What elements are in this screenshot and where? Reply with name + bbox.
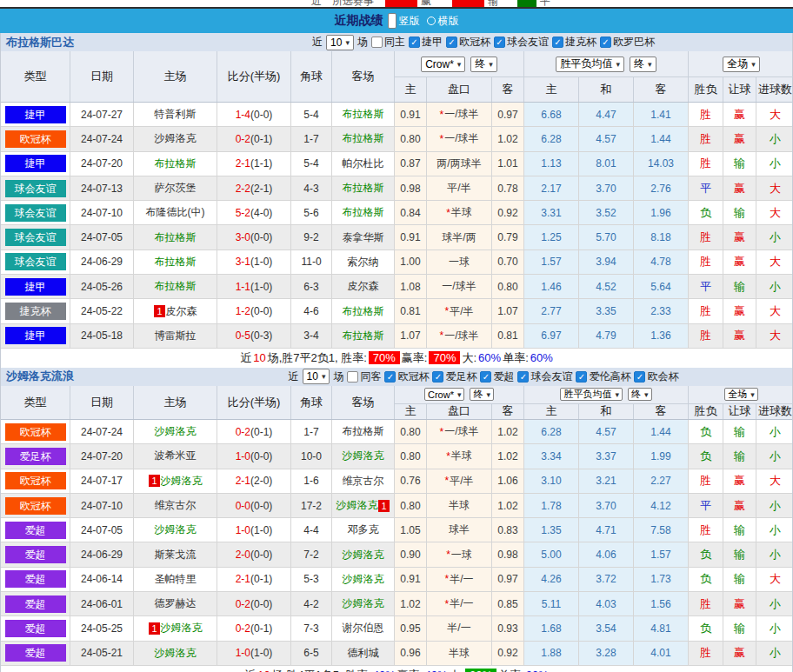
handicap-cell: *一/球半 [426, 420, 491, 443]
team-link[interactable]: 布拉格斯 [343, 131, 384, 146]
team-link[interactable]: 沙姆洛克 [155, 646, 197, 661]
match-count-select[interactable]: 10▾ [326, 35, 354, 50]
team-link[interactable]: 布拉格斯 [343, 205, 384, 220]
team-link[interactable]: 布拉格斯 [155, 279, 197, 294]
team-link[interactable]: 布拉格斯 [155, 230, 197, 245]
scope-select[interactable]: 全场▾ [723, 57, 760, 72]
score-cell: 0-2(0-1) [217, 420, 290, 443]
handicap-cell: 球半/两 [426, 225, 491, 249]
checkbox-label: 欧会杯 [647, 369, 678, 384]
odds-time-select[interactable]: 终▾ [470, 388, 494, 401]
team-link[interactable]: 萨尔茨堡 [155, 181, 197, 196]
view-mode-option[interactable]: 横版 [427, 14, 459, 29]
score-cell: 2-2(2-1) [217, 176, 290, 200]
team-link[interactable]: 皮尔森 [166, 304, 197, 319]
checkbox-label: 爱超 [493, 369, 514, 384]
match-date: 24-07-24 [70, 127, 133, 150]
league-checkbox[interactable]: ✓欧冠杯 [384, 369, 429, 384]
result-handicap: 赢 [723, 250, 756, 274]
team-link[interactable]: 德罗赫达 [155, 596, 197, 611]
result-handicap: 赢 [723, 225, 756, 249]
team-link[interactable]: 特普利斯 [155, 107, 197, 122]
team-link[interactable]: 沙姆洛克 [343, 449, 384, 463]
team-link[interactable]: 皮尔森 [348, 279, 379, 294]
away-odds: 0.92 [491, 642, 523, 665]
team-link[interactable]: 沙姆洛克 [155, 131, 197, 146]
checkbox-checked-icon: ✓ [409, 37, 420, 48]
result-wdl-value: 胜 [700, 473, 711, 489]
same-venue-checkbox[interactable]: 同主 [371, 35, 405, 50]
away-team-cell: 维京古尔 [331, 469, 394, 493]
team-link[interactable]: 维京古尔 [155, 498, 197, 513]
team-link[interactable]: 沙姆洛克 [161, 621, 203, 635]
home-team-cell: 1皮尔森 [133, 299, 217, 323]
team-link[interactable]: 沙姆洛克 [161, 474, 203, 489]
league-checkbox[interactable]: ✓捷克杯 [552, 35, 596, 50]
away-odds: 0.92 [491, 201, 523, 224]
league-checkbox[interactable]: ✓爱足杯 [432, 369, 476, 384]
league-checkbox[interactable]: ✓球会友谊 [517, 369, 572, 384]
team-link[interactable]: 德利城 [348, 646, 379, 661]
odds-source-select[interactable]: Crow*▾ [424, 388, 464, 401]
team-link[interactable]: 布拉格斯 [155, 255, 197, 269]
league-checkbox[interactable]: ✓爱超 [480, 369, 514, 384]
team-link[interactable]: 布拉格斯 [343, 107, 384, 122]
team-link[interactable]: 布拉格斯 [343, 329, 384, 343]
team-link[interactable]: 布拉格斯 [343, 181, 384, 196]
team-link[interactable]: 博雷斯拉 [155, 329, 197, 343]
league-checkbox[interactable]: ✓球会友谊 [494, 35, 549, 50]
team-link[interactable]: 泰拿华斯 [343, 230, 384, 245]
league-checkbox[interactable]: ✓欧冠杯 [446, 35, 490, 50]
score-cell: 3-0(0-0) [217, 225, 290, 249]
odds-source-select[interactable]: Crow*▾ [421, 57, 465, 72]
sub-column-header: 盘口 [426, 404, 491, 419]
team-link[interactable]: 维京古尔 [343, 474, 384, 489]
league-checkbox[interactable]: ✓欧会杯 [634, 369, 678, 384]
checkbox-checked-icon: ✓ [446, 37, 457, 48]
team-link[interactable]: 沙姆洛克 [343, 596, 384, 611]
team-link[interactable]: 布拉格斯 [343, 304, 384, 319]
avg-odds-select[interactable]: 胜平负均值▾ [560, 388, 623, 401]
team-link[interactable]: 沙姆洛克 [336, 498, 377, 513]
team-link[interactable]: 谢尔伯恩 [343, 621, 384, 635]
away-odds: 0.79 [491, 225, 523, 249]
team-link[interactable]: 斯莱戈流 [155, 548, 197, 562]
summary-part: 单率: [503, 350, 529, 366]
league-checkbox[interactable]: ✓欧罗巴杯 [600, 35, 655, 50]
avg-time-select[interactable]: 终▾ [628, 388, 652, 401]
home-team-cell: 布拉格斯 [133, 152, 217, 176]
team-link[interactable]: 布拉格斯 [343, 424, 384, 439]
team-link[interactable]: 沙姆洛克 [155, 522, 197, 537]
avg-time-select[interactable]: 终▾ [630, 57, 656, 72]
team-link[interactable]: 索尔纳 [348, 255, 379, 269]
avg-lose-odds: 2.33 [633, 299, 688, 323]
team-link[interactable]: 沙姆洛克 [155, 424, 197, 439]
avg-lose-odds: 14.03 [633, 152, 688, 176]
scope-select[interactable]: 全场▾ [724, 388, 758, 401]
halftime-score: (0-1) [250, 426, 272, 438]
result-wdl: 胜 [688, 103, 723, 126]
result-handicap: 输 [723, 518, 756, 542]
team-link[interactable]: 布隆德比(中) [146, 205, 205, 220]
same-venue-checkbox[interactable]: 同客 [347, 369, 381, 384]
team-link[interactable]: 邓多克 [348, 522, 379, 537]
odds-time-select[interactable]: 终▾ [470, 57, 497, 72]
sub-column-header: 主 [394, 404, 426, 419]
avg-odds-select[interactable]: 胜平负均值▾ [556, 57, 624, 72]
team-link[interactable]: 帕尔杜比 [343, 156, 384, 171]
team-link[interactable]: 波希米亚 [155, 449, 197, 463]
match-type-cell: 爱超 [1, 642, 70, 665]
match-count-select[interactable]: 10▾ [303, 369, 330, 384]
fulltime-score: 0-5 [236, 329, 250, 342]
view-mode-option[interactable]: 竖版 [388, 13, 420, 29]
team-link[interactable]: 沙姆洛克 [343, 572, 384, 587]
team-link[interactable]: 沙姆洛克 [343, 548, 384, 562]
corner-score: 1-6 [290, 469, 331, 493]
team-link[interactable]: 布拉格斯 [155, 156, 197, 171]
league-checkbox[interactable]: ✓爱伦高杯 [576, 369, 630, 384]
league-checkbox[interactable]: ✓捷甲 [409, 35, 443, 50]
league-type-badge: 捷甲 [5, 278, 66, 296]
avg-win-odds: 1.46 [523, 275, 578, 298]
team-link[interactable]: 圣帕特里 [155, 572, 197, 587]
away-odds: 0.97 [491, 103, 523, 126]
